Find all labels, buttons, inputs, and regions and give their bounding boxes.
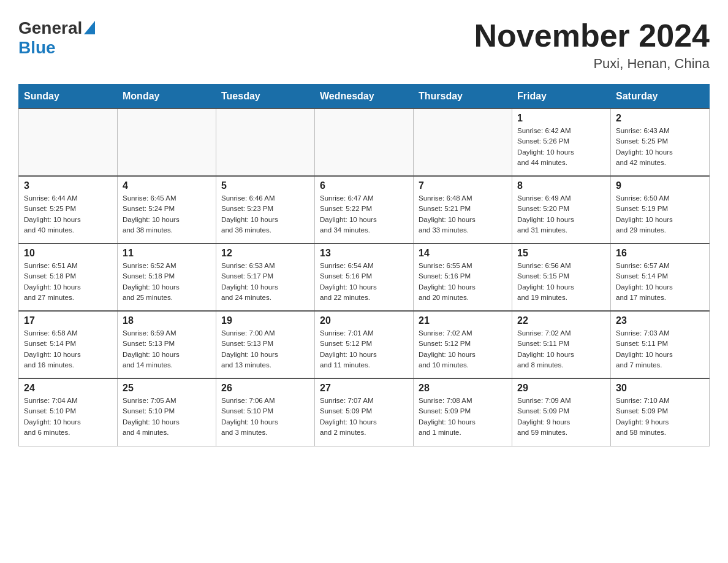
day-info: Sunrise: 7:03 AM Sunset: 5:11 PM Dayligh… bbox=[616, 328, 704, 370]
calendar-cell: 23Sunrise: 7:03 AM Sunset: 5:11 PM Dayli… bbox=[611, 311, 710, 378]
calendar-table: Sunday Monday Tuesday Wednesday Thursday… bbox=[18, 84, 710, 446]
day-info: Sunrise: 7:07 AM Sunset: 5:09 PM Dayligh… bbox=[320, 396, 408, 438]
calendar-cell: 18Sunrise: 6:59 AM Sunset: 5:13 PM Dayli… bbox=[118, 311, 216, 378]
day-info: Sunrise: 6:56 AM Sunset: 5:15 PM Dayligh… bbox=[517, 261, 605, 303]
calendar-cell: 24Sunrise: 7:04 AM Sunset: 5:10 PM Dayli… bbox=[19, 378, 118, 446]
day-number: 9 bbox=[616, 180, 704, 191]
calendar-cell: 28Sunrise: 7:08 AM Sunset: 5:09 PM Dayli… bbox=[414, 378, 512, 446]
day-number: 14 bbox=[419, 248, 507, 259]
month-year-title: November 2024 bbox=[474, 18, 710, 53]
header-friday: Friday bbox=[512, 85, 611, 109]
day-number: 3 bbox=[24, 180, 112, 191]
calendar-cell bbox=[414, 109, 512, 176]
location-subtitle: Puxi, Henan, China bbox=[474, 56, 710, 72]
day-number: 7 bbox=[419, 180, 507, 191]
day-number: 27 bbox=[320, 383, 408, 394]
day-info: Sunrise: 6:55 AM Sunset: 5:16 PM Dayligh… bbox=[419, 261, 507, 303]
day-number: 10 bbox=[24, 248, 112, 259]
day-number: 23 bbox=[616, 315, 704, 326]
day-info: Sunrise: 7:02 AM Sunset: 5:11 PM Dayligh… bbox=[517, 328, 605, 370]
day-number: 8 bbox=[517, 180, 605, 191]
calendar-cell: 21Sunrise: 7:02 AM Sunset: 5:12 PM Dayli… bbox=[414, 311, 512, 378]
calendar-cell bbox=[315, 109, 414, 176]
day-info: Sunrise: 7:10 AM Sunset: 5:09 PM Dayligh… bbox=[616, 396, 704, 438]
day-number: 16 bbox=[616, 248, 704, 259]
day-info: Sunrise: 6:46 AM Sunset: 5:23 PM Dayligh… bbox=[221, 193, 309, 236]
header-tuesday: Tuesday bbox=[216, 85, 315, 109]
calendar-cell: 2Sunrise: 6:43 AM Sunset: 5:25 PM Daylig… bbox=[611, 109, 710, 176]
header-sunday: Sunday bbox=[19, 85, 118, 109]
day-info: Sunrise: 7:05 AM Sunset: 5:10 PM Dayligh… bbox=[123, 396, 211, 438]
calendar-cell: 3Sunrise: 6:44 AM Sunset: 5:25 PM Daylig… bbox=[19, 176, 118, 243]
calendar-cell: 14Sunrise: 6:55 AM Sunset: 5:16 PM Dayli… bbox=[414, 243, 512, 311]
day-number: 24 bbox=[24, 383, 112, 394]
calendar-cell: 16Sunrise: 6:57 AM Sunset: 5:14 PM Dayli… bbox=[611, 243, 710, 311]
day-info: Sunrise: 6:48 AM Sunset: 5:21 PM Dayligh… bbox=[419, 193, 507, 236]
day-info: Sunrise: 6:43 AM Sunset: 5:25 PM Dayligh… bbox=[616, 126, 704, 168]
day-info: Sunrise: 6:59 AM Sunset: 5:13 PM Dayligh… bbox=[123, 328, 211, 370]
logo: General Blue bbox=[18, 18, 95, 58]
calendar-cell bbox=[19, 109, 118, 176]
day-number: 21 bbox=[419, 315, 507, 326]
day-info: Sunrise: 6:57 AM Sunset: 5:14 PM Dayligh… bbox=[616, 261, 704, 303]
day-number: 1 bbox=[517, 113, 605, 124]
day-info: Sunrise: 7:00 AM Sunset: 5:13 PM Dayligh… bbox=[221, 328, 309, 370]
svg-marker-0 bbox=[84, 21, 95, 34]
header-monday: Monday bbox=[118, 85, 216, 109]
page-header: General Blue November 2024 Puxi, Henan, … bbox=[18, 18, 710, 72]
day-number: 15 bbox=[517, 248, 605, 259]
week-row-2: 3Sunrise: 6:44 AM Sunset: 5:25 PM Daylig… bbox=[19, 176, 710, 243]
day-number: 17 bbox=[24, 315, 112, 326]
calendar-cell: 11Sunrise: 6:52 AM Sunset: 5:18 PM Dayli… bbox=[118, 243, 216, 311]
logo-general-text: General bbox=[18, 18, 82, 38]
day-info: Sunrise: 6:50 AM Sunset: 5:19 PM Dayligh… bbox=[616, 193, 704, 236]
day-info: Sunrise: 7:02 AM Sunset: 5:12 PM Dayligh… bbox=[419, 328, 507, 370]
calendar-cell: 7Sunrise: 6:48 AM Sunset: 5:21 PM Daylig… bbox=[414, 176, 512, 243]
calendar-cell: 17Sunrise: 6:58 AM Sunset: 5:14 PM Dayli… bbox=[19, 311, 118, 378]
calendar-cell: 12Sunrise: 6:53 AM Sunset: 5:17 PM Dayli… bbox=[216, 243, 315, 311]
day-number: 6 bbox=[320, 180, 408, 191]
week-row-4: 17Sunrise: 6:58 AM Sunset: 5:14 PM Dayli… bbox=[19, 311, 710, 378]
calendar-cell: 15Sunrise: 6:56 AM Sunset: 5:15 PM Dayli… bbox=[512, 243, 611, 311]
day-number: 5 bbox=[221, 180, 309, 191]
day-info: Sunrise: 6:54 AM Sunset: 5:16 PM Dayligh… bbox=[320, 261, 408, 303]
header-thursday: Thursday bbox=[414, 85, 512, 109]
day-info: Sunrise: 6:44 AM Sunset: 5:25 PM Dayligh… bbox=[24, 193, 112, 236]
day-number: 18 bbox=[123, 315, 211, 326]
day-number: 13 bbox=[320, 248, 408, 259]
calendar-cell: 1Sunrise: 6:42 AM Sunset: 5:26 PM Daylig… bbox=[512, 109, 611, 176]
day-number: 19 bbox=[221, 315, 309, 326]
day-info: Sunrise: 6:58 AM Sunset: 5:14 PM Dayligh… bbox=[24, 328, 112, 370]
day-number: 29 bbox=[517, 383, 605, 394]
calendar-cell: 22Sunrise: 7:02 AM Sunset: 5:11 PM Dayli… bbox=[512, 311, 611, 378]
header-saturday: Saturday bbox=[611, 85, 710, 109]
day-info: Sunrise: 6:53 AM Sunset: 5:17 PM Dayligh… bbox=[221, 261, 309, 303]
calendar-cell: 6Sunrise: 6:47 AM Sunset: 5:22 PM Daylig… bbox=[315, 176, 414, 243]
calendar-cell: 27Sunrise: 7:07 AM Sunset: 5:09 PM Dayli… bbox=[315, 378, 414, 446]
calendar-cell bbox=[216, 109, 315, 176]
calendar-cell: 10Sunrise: 6:51 AM Sunset: 5:18 PM Dayli… bbox=[19, 243, 118, 311]
week-row-5: 24Sunrise: 7:04 AM Sunset: 5:10 PM Dayli… bbox=[19, 378, 710, 446]
day-info: Sunrise: 6:52 AM Sunset: 5:18 PM Dayligh… bbox=[123, 261, 211, 303]
day-info: Sunrise: 6:47 AM Sunset: 5:22 PM Dayligh… bbox=[320, 193, 408, 236]
day-info: Sunrise: 7:04 AM Sunset: 5:10 PM Dayligh… bbox=[24, 396, 112, 438]
calendar-cell: 19Sunrise: 7:00 AM Sunset: 5:13 PM Dayli… bbox=[216, 311, 315, 378]
logo-blue-text: Blue bbox=[18, 38, 56, 57]
day-info: Sunrise: 7:06 AM Sunset: 5:10 PM Dayligh… bbox=[221, 396, 309, 438]
calendar-cell bbox=[118, 109, 216, 176]
calendar-cell: 20Sunrise: 7:01 AM Sunset: 5:12 PM Dayli… bbox=[315, 311, 414, 378]
title-area: November 2024 Puxi, Henan, China bbox=[474, 18, 710, 72]
logo-arrow-icon bbox=[84, 21, 95, 37]
calendar-cell: 8Sunrise: 6:49 AM Sunset: 5:20 PM Daylig… bbox=[512, 176, 611, 243]
day-number: 25 bbox=[123, 383, 211, 394]
calendar-cell: 29Sunrise: 7:09 AM Sunset: 5:09 PM Dayli… bbox=[512, 378, 611, 446]
day-number: 20 bbox=[320, 315, 408, 326]
day-info: Sunrise: 7:09 AM Sunset: 5:09 PM Dayligh… bbox=[517, 396, 605, 438]
day-number: 11 bbox=[123, 248, 211, 259]
day-info: Sunrise: 6:49 AM Sunset: 5:20 PM Dayligh… bbox=[517, 193, 605, 236]
calendar-cell: 26Sunrise: 7:06 AM Sunset: 5:10 PM Dayli… bbox=[216, 378, 315, 446]
calendar-cell: 4Sunrise: 6:45 AM Sunset: 5:24 PM Daylig… bbox=[118, 176, 216, 243]
week-row-3: 10Sunrise: 6:51 AM Sunset: 5:18 PM Dayli… bbox=[19, 243, 710, 311]
day-info: Sunrise: 6:42 AM Sunset: 5:26 PM Dayligh… bbox=[517, 126, 605, 168]
calendar-cell: 25Sunrise: 7:05 AM Sunset: 5:10 PM Dayli… bbox=[118, 378, 216, 446]
